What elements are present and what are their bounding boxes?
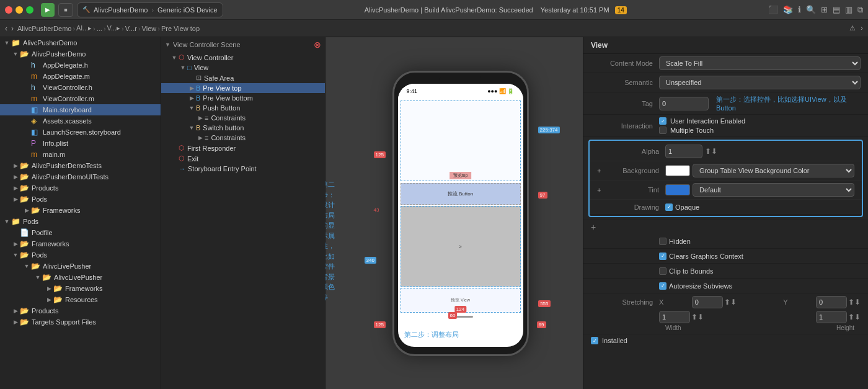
sidebar-item-assets[interactable]: ◈ Assets.xcassets: [0, 115, 161, 127]
multiple-touch-check[interactable]: [659, 127, 666, 134]
tag-input[interactable]: [659, 97, 709, 110]
breadcrumb-5[interactable]: V...r: [125, 25, 137, 32]
bg-color-select[interactable]: Group Table View Background Color: [693, 164, 854, 177]
clears-check[interactable]: ✓: [659, 253, 666, 260]
sidebar-item-products[interactable]: ▶ 📂 Products: [0, 182, 161, 194]
sidebar-item-frameworks-group[interactable]: ▶ 📂 Frameworks: [0, 205, 161, 216]
scene-item-push-button[interactable]: ▼ B Push Button: [161, 103, 325, 113]
height-input[interactable]: [816, 311, 847, 323]
sidebar-item-alivc-inner[interactable]: ▼ 📂 AlivcLivePusher: [0, 272, 161, 283]
sidebar-item-frameworks-inner[interactable]: ▶ 📂 Frameworks: [0, 283, 161, 294]
sidebar-item-main-m[interactable]: m main.m: [0, 149, 161, 160]
scene-item-entry-point[interactable]: → Storyboard Entry Point: [161, 164, 325, 174]
y-stepper[interactable]: ⬆⬇: [848, 298, 861, 306]
stop-button[interactable]: ■: [58, 3, 73, 17]
layout-icon3[interactable]: ⧉: [857, 5, 863, 15]
sidebar-item-tests[interactable]: ▶ 📂 AlivcPusherDemoTests: [0, 160, 161, 171]
sidebar-item-frameworks[interactable]: ▶ 📂 Frameworks: [0, 238, 161, 249]
tint-color-swatch[interactable]: [665, 184, 690, 195]
sidebar-item-appdelegate-m[interactable]: m AppDelegate.m: [0, 71, 161, 82]
x-field: ⬆⬇: [692, 296, 737, 308]
breadcrumb-1[interactable]: AlivcPusherDemo: [17, 25, 71, 32]
info-icon[interactable]: ℹ: [798, 5, 801, 14]
scene-item-exit[interactable]: ⬡ Exit: [161, 153, 325, 164]
scheme-selector[interactable]: 🔨 AlivcPusherDemo › Generic iOS Device: [77, 2, 223, 17]
sidebar-item-main-storyboard[interactable]: ◧ Main.storyboard: [0, 104, 161, 115]
sidebar-item-pods-project[interactable]: ▼ 📁 Pods: [0, 216, 161, 227]
library-icon[interactable]: 📚: [783, 5, 793, 14]
autoresize-check[interactable]: ✓: [659, 282, 666, 290]
alpha-input[interactable]: [665, 145, 702, 158]
semantic-select[interactable]: Unspecified: [659, 76, 861, 89]
nav-right-icon[interactable]: ›: [861, 24, 863, 32]
sidebar-item-pods[interactable]: ▼ 📂 Pods: [0, 249, 161, 261]
breadcrumb-3[interactable]: ...: [97, 25, 102, 32]
x-input[interactable]: [692, 296, 723, 308]
maximize-button[interactable]: [26, 6, 33, 14]
scene-item-switch-button[interactable]: ▼ B Switch button: [161, 123, 325, 133]
scene-item-constraints2[interactable]: ▶ ≡ Constraints: [161, 133, 325, 143]
sidebar-item-group-main[interactable]: ▼ 📂 AlivcPusherDemo: [0, 48, 161, 60]
scene-item-preview-bottom[interactable]: ▶ B Pre View bottom: [161, 93, 325, 103]
push-button-region: 推流 Button: [401, 183, 521, 205]
add-drawing-row[interactable]: +: [583, 220, 868, 234]
multiple-touch-label: Multiple Touch: [670, 127, 714, 134]
scene-item-safe-area[interactable]: ⊡ Safe Area: [161, 73, 325, 83]
bg-color-swatch[interactable]: [665, 165, 690, 176]
clip-check[interactable]: [659, 267, 666, 275]
forward-button[interactable]: ›: [11, 24, 14, 33]
scene-item-constraints1[interactable]: ▶ ≡ Constraints: [161, 113, 325, 123]
sidebar-item-viewcontroller-m[interactable]: m ViewController.m: [0, 93, 161, 104]
add-tint-icon[interactable]: +: [597, 186, 607, 194]
y-input[interactable]: [816, 296, 847, 308]
breadcrumb-7[interactable]: Pre View top: [161, 25, 200, 32]
warning-badge[interactable]: 14: [615, 6, 627, 14]
width-stepper[interactable]: ⬆⬇: [691, 313, 704, 321]
arrow-icon: ▼: [187, 105, 196, 111]
arrow-icon: ▼: [11, 51, 20, 57]
run-button[interactable]: ▶: [41, 3, 55, 17]
sidebar-item-products2[interactable]: ▶ 📂 Products: [0, 305, 161, 316]
sidebar-item-alivc-group[interactable]: ▼ 📂 AlivcLivePusher: [0, 261, 161, 272]
activity-icon[interactable]: ⬛: [768, 5, 778, 14]
close-button[interactable]: [5, 6, 12, 14]
scene-item-view[interactable]: ▼ □ View: [161, 63, 325, 73]
sidebar-item-ui-tests[interactable]: ▶ 📂 AlivcPusherDemoUITests: [0, 171, 161, 182]
layout-icon1[interactable]: ▤: [833, 5, 840, 14]
breadcrumb-4[interactable]: V...▸: [107, 24, 121, 32]
sidebar-item-targets[interactable]: ▶ 📂 Targets Support Files: [0, 316, 161, 328]
sidebar-item-appdelegate-h[interactable]: h AppDelegate.h: [0, 60, 161, 71]
user-interaction-check[interactable]: ✓: [659, 117, 666, 125]
sidebar-item-info-plist[interactable]: P Info.plist: [0, 138, 161, 149]
sidebar-item-pods-group[interactable]: ▶ 📂 Pods: [0, 194, 161, 205]
sidebar-item-launch-storyboard[interactable]: ◧ LaunchScreen.storyboard: [0, 127, 161, 138]
alpha-stepper[interactable]: ⬆⬇: [705, 147, 717, 156]
sidebar-item-project[interactable]: ▼ 📁 AlivcPusherDemo: [0, 37, 161, 48]
back-button[interactable]: ‹: [5, 24, 7, 33]
installed-label: Installed: [602, 337, 627, 344]
width-input[interactable]: [659, 311, 690, 323]
scene-item-viewcontroller[interactable]: ▼ ⬡ View Controller: [161, 52, 325, 63]
minimize-button[interactable]: [16, 6, 23, 14]
tint-color-select[interactable]: Default: [693, 183, 854, 197]
scene-item-preview-top[interactable]: ▶ B Pre View top: [161, 83, 325, 93]
scene-item-first-responder[interactable]: ⬡ First Responder: [161, 143, 325, 153]
sidebar-item-resources[interactable]: ▶ 📂 Resources: [0, 294, 161, 305]
sidebar-item-viewcontroller-h[interactable]: h ViewController.h: [0, 82, 161, 93]
warning-icon[interactable]: ⚠: [849, 24, 856, 32]
sidebar-item-podfile[interactable]: 📄 Podfile: [0, 227, 161, 238]
inspector-icon[interactable]: 🔍: [806, 5, 816, 14]
hidden-check[interactable]: [659, 238, 666, 245]
nav-icon[interactable]: ⊞: [821, 5, 828, 14]
breadcrumb-2[interactable]: Al...▸: [76, 24, 92, 32]
opaque-check[interactable]: ✓: [665, 203, 673, 211]
collapse-arrow[interactable]: ▼: [165, 42, 170, 48]
height-stepper[interactable]: ⬆⬇: [848, 313, 861, 321]
y-field: ⬆⬇: [816, 296, 861, 308]
layout-icon2[interactable]: ▥: [845, 5, 852, 14]
x-stepper[interactable]: ⬆⬇: [724, 298, 737, 306]
installed-check[interactable]: ✓: [591, 337, 598, 344]
add-bg-icon[interactable]: +: [597, 167, 607, 174]
content-mode-select[interactable]: Scale To Fill: [659, 56, 861, 70]
breadcrumb-6[interactable]: View: [142, 25, 157, 32]
